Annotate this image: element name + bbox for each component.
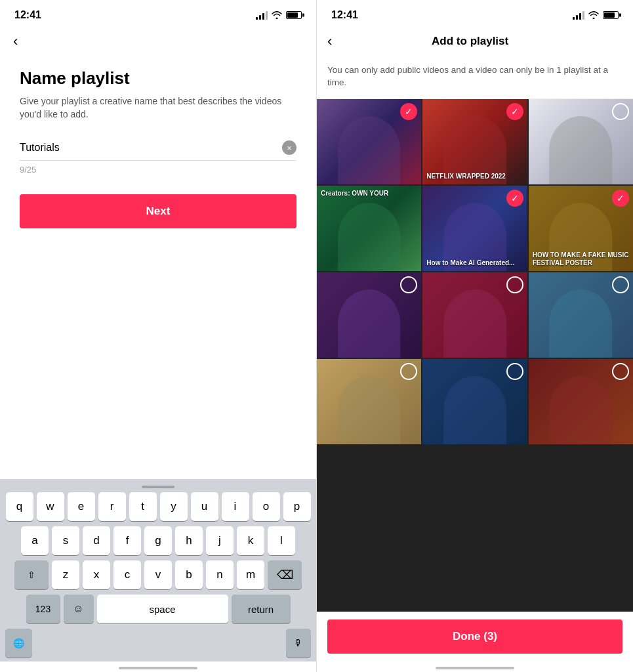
- thumb-label-6: HOW TO MAKE A FAKE MUSIC FESTIVAL POSTER: [533, 251, 629, 267]
- video-grid: ✓ ✓ NETFLIX WRAPPED 2022 Creators: OWN Y…: [317, 99, 633, 612]
- right-panel: 12:41 ‹ Add to playlist You can only add…: [317, 0, 633, 672]
- check-1: ✓: [400, 103, 417, 120]
- check-6: ✓: [612, 190, 629, 207]
- key-b[interactable]: b: [175, 560, 203, 589]
- left-panel: 12:41 ‹ Name playlist Give your playlist…: [0, 0, 317, 672]
- video-thumb-10[interactable]: [317, 359, 421, 444]
- video-thumb-7[interactable]: [317, 272, 421, 358]
- status-icons-left: [256, 10, 302, 20]
- page-title-left: Name playlist: [20, 68, 296, 89]
- notice-bar: You can only add public videos and a vid…: [317, 58, 633, 99]
- status-icons-right: [573, 10, 619, 20]
- key-n[interactable]: n: [206, 560, 234, 589]
- keyboard-row-2: a s d f g h j k l: [3, 526, 314, 555]
- battery-icon: [286, 11, 302, 19]
- content-area-left: Name playlist Give your playlist a creat…: [0, 55, 316, 479]
- signal-icon: [256, 10, 268, 20]
- keyboard: q w e r t y u i o p a s d f g h j k l ⇧ …: [0, 479, 316, 662]
- done-button[interactable]: Done (3): [327, 620, 623, 654]
- input-wrapper: ×: [20, 140, 296, 161]
- key-g[interactable]: g: [144, 526, 172, 555]
- video-thumb-11[interactable]: [422, 359, 527, 444]
- key-y[interactable]: y: [160, 492, 188, 521]
- key-w[interactable]: w: [37, 492, 64, 521]
- keyboard-row-bottom: 123 ☺ space return: [3, 595, 314, 623]
- uncheck-9: [612, 276, 629, 293]
- char-count: 9/25: [20, 165, 296, 175]
- key-r[interactable]: r: [98, 492, 126, 521]
- key-k[interactable]: k: [237, 526, 264, 555]
- playlist-name-input[interactable]: [20, 142, 282, 154]
- home-indicator-right: [317, 662, 633, 672]
- keyboard-extras: 🌐 🎙: [3, 629, 314, 658]
- check-2: ✓: [506, 103, 523, 120]
- key-v[interactable]: v: [144, 560, 172, 589]
- keyboard-row-1: q w e r t y u i o p: [3, 492, 314, 521]
- video-thumb-1[interactable]: ✓: [317, 99, 421, 184]
- key-backspace[interactable]: ⌫: [268, 560, 302, 589]
- key-z[interactable]: z: [52, 560, 79, 589]
- key-l[interactable]: l: [268, 526, 295, 555]
- done-btn-container: Done (3): [317, 612, 633, 662]
- key-j[interactable]: j: [206, 526, 234, 555]
- clear-input-button[interactable]: ×: [282, 140, 296, 155]
- uncheck-11: [506, 363, 523, 380]
- uncheck-10: [400, 363, 417, 380]
- status-bar-right: 12:41: [317, 0, 633, 28]
- home-indicator-left: [0, 662, 316, 672]
- key-o[interactable]: o: [253, 492, 280, 521]
- thumb-label-5: How to Make AI Generated...: [426, 259, 523, 267]
- key-space[interactable]: space: [97, 595, 228, 623]
- page-subtitle-left: Give your playlist a creative name that …: [20, 95, 296, 121]
- key-p[interactable]: p: [283, 492, 311, 521]
- key-u[interactable]: u: [191, 492, 218, 521]
- key-a[interactable]: a: [21, 526, 49, 555]
- check-5: ✓: [506, 190, 523, 207]
- right-page-title: Add to playlist: [332, 35, 623, 48]
- key-q[interactable]: q: [6, 492, 33, 521]
- key-m[interactable]: m: [237, 560, 264, 589]
- key-globe[interactable]: 🌐: [5, 629, 32, 658]
- status-bar-left: 12:41: [0, 0, 316, 28]
- uncheck-7: [400, 276, 417, 293]
- wifi-icon-right: [588, 11, 599, 19]
- uncheck-3: [612, 103, 629, 120]
- video-thumb-4[interactable]: Creators: OWN YOUR: [317, 186, 421, 271]
- video-thumb-9[interactable]: [529, 272, 633, 358]
- signal-icon-right: [573, 10, 584, 20]
- time-left: 12:41: [14, 9, 41, 21]
- video-thumb-2[interactable]: ✓ NETFLIX WRAPPED 2022: [422, 99, 527, 184]
- thumb-label-4: Creators: OWN YOUR: [321, 190, 417, 198]
- video-thumb-5[interactable]: ✓ How to Make AI Generated...: [422, 186, 527, 271]
- wifi-icon: [272, 11, 282, 19]
- key-123[interactable]: 123: [26, 595, 60, 623]
- video-thumb-3[interactable]: [529, 99, 633, 184]
- thumb-label-2: NETFLIX WRAPPED 2022: [426, 173, 523, 180]
- keyboard-hint: [3, 486, 314, 488]
- key-e[interactable]: e: [68, 492, 95, 521]
- back-button-right[interactable]: ‹: [327, 33, 332, 50]
- video-thumb-6[interactable]: ✓ HOW TO MAKE A FAKE MUSIC FESTIVAL POST…: [529, 186, 633, 271]
- key-f[interactable]: f: [113, 526, 141, 555]
- right-header: ‹ Add to playlist: [317, 28, 633, 58]
- video-thumb-12[interactable]: [529, 359, 633, 444]
- key-x[interactable]: x: [83, 560, 110, 589]
- key-shift[interactable]: ⇧: [14, 560, 49, 589]
- back-button-left[interactable]: ‹: [0, 28, 316, 55]
- key-mic[interactable]: 🎙: [286, 629, 311, 658]
- video-thumb-8[interactable]: [422, 272, 527, 358]
- uncheck-8: [506, 276, 523, 293]
- key-d[interactable]: d: [83, 526, 110, 555]
- keyboard-row-3: ⇧ z x c v b n m ⌫: [3, 560, 314, 589]
- key-i[interactable]: i: [222, 492, 249, 521]
- key-emoji[interactable]: ☺: [64, 595, 94, 623]
- key-t[interactable]: t: [129, 492, 157, 521]
- next-button[interactable]: Next: [20, 194, 296, 228]
- key-s[interactable]: s: [52, 526, 79, 555]
- key-c[interactable]: c: [113, 560, 141, 589]
- time-right: 12:41: [331, 9, 358, 21]
- battery-icon-right: [603, 11, 619, 19]
- key-return[interactable]: return: [232, 595, 291, 623]
- uncheck-12: [612, 363, 629, 380]
- key-h[interactable]: h: [175, 526, 203, 555]
